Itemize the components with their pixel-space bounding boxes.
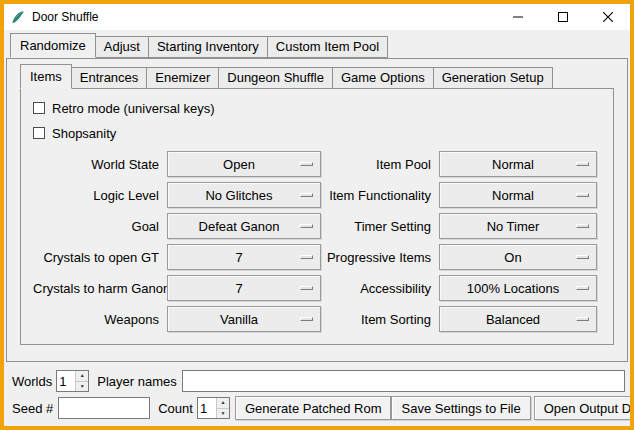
tab-custom-item-pool[interactable]: Custom Item Pool [267, 36, 388, 58]
count-label: Count [158, 401, 193, 416]
dropdown-weapons-value: Vanilla [168, 312, 320, 327]
worlds-row: Worlds ▲ ▼ Player names [12, 370, 625, 392]
player-names-input[interactable] [182, 370, 625, 392]
dropdown-item-sorting[interactable]: Balanced [439, 306, 597, 332]
save-settings-button[interactable]: Save Settings to File [391, 396, 530, 420]
dropdown-item-functionality-value: Normal [440, 188, 596, 203]
worlds-input[interactable] [57, 371, 75, 391]
option-menu-indicator [300, 317, 313, 321]
option-menu-indicator [576, 162, 589, 166]
worlds-label: Worlds [12, 374, 52, 389]
shopsanity-checkbox-row[interactable]: Shopsanity [33, 123, 601, 143]
dropdown-weapons[interactable]: Vanilla [167, 306, 321, 332]
tab-game-options[interactable]: Game Options [332, 67, 434, 89]
generate-patched-rom-button[interactable]: Generate Patched Rom [235, 396, 392, 420]
maximize-button[interactable] [540, 4, 585, 30]
outer-tab-bar: Randomize Adjust Starting Inventory Cust… [10, 33, 630, 58]
label-progressive-items: Progressive Items [321, 250, 439, 265]
chevron-up-icon[interactable]: ▲ [76, 371, 88, 382]
dropdown-item-functionality[interactable]: Normal [439, 182, 597, 208]
worlds-stepper[interactable]: ▲ ▼ [56, 370, 89, 392]
retro-mode-label: Retro mode (universal keys) [52, 101, 215, 116]
dropdown-progressive-items-value: On [440, 250, 596, 265]
label-weapons: Weapons [33, 312, 167, 327]
chevron-down-icon[interactable]: ▼ [217, 409, 229, 419]
dropdown-logic-level[interactable]: No Glitches [167, 182, 321, 208]
label-world-state: World State [33, 157, 167, 172]
tab-entrances[interactable]: Entrances [71, 67, 148, 89]
seed-row: Seed # Count ▲ ▼ Generate Patched Rom Sa… [12, 396, 625, 420]
dropdown-crystals-open-gt-value: 7 [168, 250, 320, 265]
option-menu-indicator [300, 224, 313, 228]
bottom-controls: Worlds ▲ ▼ Player names Seed # Count ▲ ▼ [4, 362, 630, 426]
dropdown-item-pool-value: Normal [440, 157, 596, 172]
label-crystals-harm-ganon: Crystals to harm Ganon [33, 281, 167, 296]
label-timer-setting: Timer Setting [321, 219, 439, 234]
titlebar: Door Shuffle [4, 4, 630, 30]
open-output-directory-button[interactable]: Open Output Directory [534, 396, 634, 420]
count-stepper-arrows: ▲ ▼ [216, 398, 229, 418]
dropdown-crystals-harm-ganon[interactable]: 7 [167, 275, 321, 301]
randomize-pane: Items Entrances Enemizer Dungeon Shuffle… [6, 58, 628, 362]
tab-adjust[interactable]: Adjust [95, 36, 149, 58]
label-goal: Goal [33, 219, 167, 234]
tab-items[interactable]: Items [20, 64, 72, 89]
label-crystals-open-gt: Crystals to open GT [33, 250, 167, 265]
tab-generation-setup[interactable]: Generation Setup [433, 67, 553, 89]
dropdown-goal[interactable]: Defeat Ganon [167, 213, 321, 239]
dropdown-world-state[interactable]: Open [167, 151, 321, 177]
inner-tab-bar: Items Entrances Enemizer Dungeon Shuffle… [20, 64, 614, 89]
option-menu-indicator [300, 193, 313, 197]
close-button[interactable] [585, 4, 630, 30]
dropdown-accessibility[interactable]: 100% Locations [439, 275, 597, 301]
option-menu-indicator [300, 255, 313, 259]
option-menu-indicator [576, 224, 589, 228]
chevron-up-icon[interactable]: ▲ [217, 398, 229, 409]
tab-starting-inventory[interactable]: Starting Inventory [148, 36, 268, 58]
seed-label: Seed # [12, 401, 53, 416]
dropdown-item-pool[interactable]: Normal [439, 151, 597, 177]
seed-input[interactable] [58, 397, 150, 419]
tab-dungeon-shuffle[interactable]: Dungeon Shuffle [218, 67, 333, 89]
tab-enemizer[interactable]: Enemizer [146, 67, 219, 89]
items-pane: Retro mode (universal keys) Shopsanity W… [20, 88, 614, 345]
option-menu-indicator [576, 286, 589, 290]
count-input[interactable] [198, 398, 216, 418]
worlds-stepper-arrows: ▲ ▼ [75, 371, 88, 391]
label-item-sorting: Item Sorting [321, 312, 439, 327]
dropdown-accessibility-value: 100% Locations [440, 281, 596, 296]
window: Door Shuffle Randomize Adjust Starting I… [0, 0, 634, 430]
option-menu-indicator [576, 255, 589, 259]
dropdown-timer-setting-value: No Timer [440, 219, 596, 234]
option-menu-indicator [300, 162, 313, 166]
retro-mode-checkbox[interactable] [33, 102, 45, 114]
window-title: Door Shuffle [32, 10, 99, 24]
player-names-label: Player names [97, 374, 176, 389]
label-item-pool: Item Pool [321, 157, 439, 172]
shopsanity-label: Shopsanity [52, 126, 116, 141]
inner-notebook: Items Entrances Enemizer Dungeon Shuffle… [20, 64, 614, 345]
dropdown-goal-value: Defeat Ganon [168, 219, 320, 234]
dropdown-item-sorting-value: Balanced [440, 312, 596, 327]
shopsanity-checkbox[interactable] [33, 127, 45, 139]
dropdown-progressive-items[interactable]: On [439, 244, 597, 270]
chevron-down-icon[interactable]: ▼ [76, 382, 88, 392]
settings-grid: World State Open Item Pool Normal Logic … [33, 151, 601, 332]
count-stepper[interactable]: ▲ ▼ [197, 397, 230, 419]
feather-app-icon [10, 9, 26, 25]
retro-mode-checkbox-row[interactable]: Retro mode (universal keys) [33, 98, 601, 118]
dropdown-logic-level-value: No Glitches [168, 188, 320, 203]
dropdown-crystals-open-gt[interactable]: 7 [167, 244, 321, 270]
label-item-functionality: Item Functionality [321, 188, 439, 203]
label-accessibility: Accessibility [321, 281, 439, 296]
option-menu-indicator [576, 317, 589, 321]
label-logic-level: Logic Level [33, 188, 167, 203]
window-controls [495, 4, 630, 30]
tab-randomize[interactable]: Randomize [10, 33, 96, 58]
minimize-button[interactable] [495, 4, 540, 30]
dropdown-crystals-harm-ganon-value: 7 [168, 281, 320, 296]
option-menu-indicator [576, 193, 589, 197]
dropdown-world-state-value: Open [168, 157, 320, 172]
option-menu-indicator [300, 286, 313, 290]
dropdown-timer-setting[interactable]: No Timer [439, 213, 597, 239]
